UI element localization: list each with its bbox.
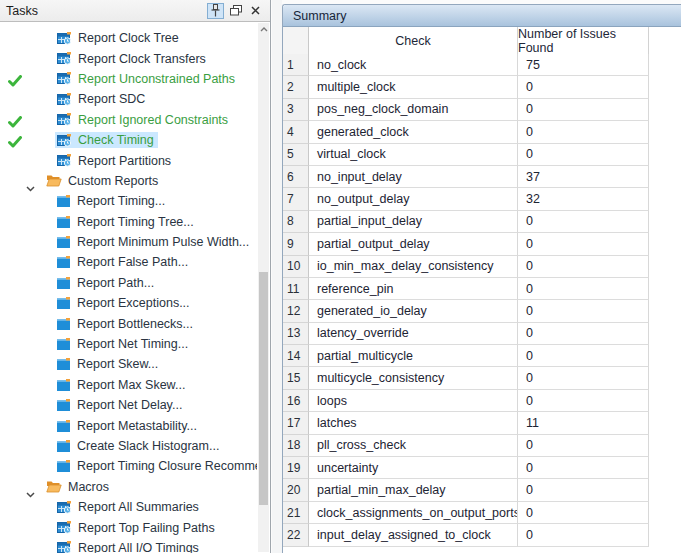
task-item-report-skew[interactable]: Report Skew... [0,354,257,374]
check-cell: partial_input_delay [309,211,518,233]
summary-panel: Summary Check Number of Issues Found 1no… [282,4,681,553]
tree-item-content: Report Skew... [55,356,162,372]
table-row[interactable]: 5virtual_clock0 [283,144,681,166]
task-item-report-minimum-pulse-width[interactable]: Report Minimum Pulse Width... [0,232,257,252]
row-filler [649,300,681,322]
table-row[interactable]: 10io_min_max_delay_consistency0 [283,256,681,278]
table-row[interactable]: 7no_output_delay32 [283,188,681,210]
tasks-scrollbar[interactable] [258,23,269,552]
row-filler [649,390,681,412]
row-filler [649,345,681,367]
tree-item-label: Report Exceptions... [77,296,190,310]
task-item-report-exceptions[interactable]: Report Exceptions... [0,293,257,313]
task-item-report-partitions[interactable]: Report Partitions [0,150,257,170]
float-window-icon[interactable] [227,3,244,19]
tree-item-label: Report All Summaries [78,500,199,514]
task-item-report-all-summaries[interactable]: Report All Summaries [0,497,257,517]
tree-item-content: Report Unconstrained Paths [55,71,239,87]
report-clock-icon [57,32,72,45]
row-number: 18 [283,435,309,457]
tree-item-content: Report All I/O Timings [55,540,203,553]
report-clock-icon [57,521,72,534]
tree-item-content: Create Slack Histogram... [55,438,223,454]
panel-splitter[interactable] [272,0,282,553]
row-number: 11 [283,278,309,300]
tree-item-content: Report Metastability... [55,418,201,434]
table-row[interactable]: 6no_input_delay37 [283,166,681,188]
tree-item-label: Report SDC [78,92,145,106]
issues-cell: 0 [518,479,649,501]
check-cell: partial_multicycle [309,345,518,367]
issues-cell: 0 [518,233,649,255]
issues-cell: 0 [518,99,649,121]
table-row[interactable]: 4generated_clock0 [283,121,681,143]
tree-item-label: Report Path... [77,276,154,290]
table-row[interactable]: 11reference_pin0 [283,278,681,300]
table-row[interactable]: 9partial_output_delay0 [283,233,681,255]
check-cell: io_min_max_delay_consistency [309,256,518,278]
task-item-report-net-delay[interactable]: Report Net Delay... [0,395,257,415]
task-item-report-false-path[interactable]: Report False Path... [0,252,257,272]
row-filler [649,457,681,479]
task-item-report-all-i-o-timings[interactable]: Report All I/O Timings [0,538,257,553]
folder-item-macros[interactable]: Macros [0,477,257,497]
close-icon[interactable] [247,3,264,19]
table-row[interactable]: 14partial_multicycle0 [283,345,681,367]
task-item-report-unconstrained-paths[interactable]: Report Unconstrained Paths [0,69,257,89]
table-row[interactable]: 1no_clock75 [283,54,681,76]
table-row[interactable]: 19uncertainty0 [283,457,681,479]
tasks-panel: Tasks Report Clock TreeReport Clock Tran… [0,0,271,553]
summary-table-body: 1no_clock752multiple_clock03pos_neg_cloc… [283,54,681,547]
row-filler [649,479,681,501]
task-item-report-ignored-constraints[interactable]: Report Ignored Constraints [0,110,257,130]
table-row[interactable]: 3pos_neg_clock_domain0 [283,99,681,121]
table-row[interactable]: 21clock_assignments_on_output_ports0 [283,502,681,524]
report-action-icon [57,195,71,207]
task-item-report-metastability[interactable]: Report Metastability... [0,415,257,435]
table-row[interactable]: 8partial_input_delay0 [283,211,681,233]
check-cell: partial_min_max_delay [309,479,518,501]
folder-item-custom-reports[interactable]: Custom Reports [0,171,257,191]
report-action-icon [57,297,71,309]
table-row[interactable]: 13latency_override0 [283,323,681,345]
tree-item-label: Custom Reports [68,174,158,188]
issues-cell: 75 [518,54,649,76]
task-tree: Report Clock TreeReport Clock TransfersR… [0,23,257,553]
pin-icon[interactable] [207,3,224,19]
row-number: 15 [283,367,309,389]
task-item-report-net-timing[interactable]: Report Net Timing... [0,334,257,354]
task-item-report-clock-transfers[interactable]: Report Clock Transfers [0,48,257,68]
table-row[interactable]: 2multiple_clock0 [283,76,681,98]
task-item-report-timing-tree[interactable]: Report Timing Tree... [0,212,257,232]
scrollbar-thumb[interactable] [259,272,268,505]
scroll-up-icon[interactable] [258,23,269,35]
table-row[interactable]: 15multicycle_consistency0 [283,367,681,389]
task-item-create-slack-histogram[interactable]: Create Slack Histogram... [0,436,257,456]
report-clock-icon [57,541,72,553]
table-row[interactable]: 22input_delay_assigned_to_clock0 [283,524,681,546]
row-filler [649,412,681,434]
issues-cell: 0 [518,323,649,345]
task-item-report-bottlenecks[interactable]: Report Bottlenecks... [0,313,257,333]
task-item-check-timing[interactable]: Check Timing [0,130,257,150]
table-row[interactable]: 18pll_cross_check0 [283,435,681,457]
col-header-check[interactable]: Check [309,27,518,56]
issues-cell: 0 [518,256,649,278]
table-row[interactable]: 12generated_io_delay0 [283,300,681,322]
table-row[interactable]: 16loops0 [283,390,681,412]
task-item-report-timing[interactable]: Report Timing... [0,191,257,211]
tree-item-label: Report Clock Tree [78,31,179,45]
tree-item-label: Report Max Skew... [77,378,185,392]
task-item-report-top-failing-paths[interactable]: Report Top Failing Paths [0,517,257,537]
task-item-report-path[interactable]: Report Path... [0,273,257,293]
task-item-report-max-skew[interactable]: Report Max Skew... [0,375,257,395]
check-mark-icon [8,73,22,91]
table-row[interactable]: 17latches11 [283,412,681,434]
table-row[interactable]: 20partial_min_max_delay0 [283,479,681,501]
task-item-report-sdc[interactable]: Report SDC [0,89,257,109]
row-filler [649,54,681,76]
task-item-report-clock-tree[interactable]: Report Clock Tree [0,28,257,48]
col-header-issues[interactable]: Number of Issues Found [518,27,649,56]
task-item-report-timing-closure-recommen[interactable]: Report Timing Closure Recommen [0,456,257,476]
tree-item-label: Report False Path... [77,255,188,269]
